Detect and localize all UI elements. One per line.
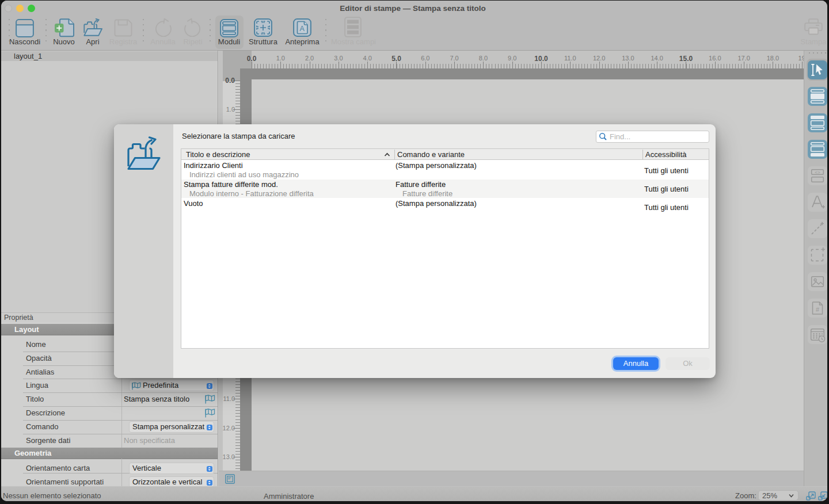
svg-text:A: A	[300, 25, 305, 33]
svg-text:<>: <>	[815, 170, 820, 175]
svg-text:#: #	[816, 306, 820, 313]
